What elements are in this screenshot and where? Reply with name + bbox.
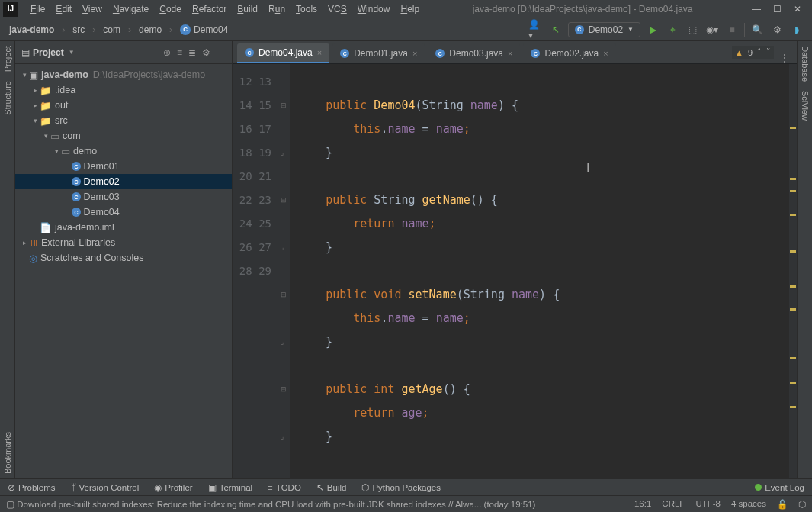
inspection-widget[interactable]: ▲ 9 ˄ ˅ [732,46,774,59]
rail-project[interactable]: Project [3,41,12,76]
tree-demo01[interactable]: C Demo01 [15,159,232,174]
tree-com[interactable]: ▾▭com [15,128,232,143]
tw-eventlog[interactable]: Event Log [747,483,812,492]
menu-window[interactable]: Window [353,2,395,17]
tab-demo02[interactable]: CDemo02.java× [523,43,615,63]
close-tab-icon[interactable]: × [508,49,512,58]
collapse-all-icon[interactable]: ≣ [188,47,196,58]
menu-code[interactable]: Code [155,2,186,17]
close-button[interactable]: ✕ [794,4,801,14]
menu-tools[interactable]: Tools [291,2,322,17]
python-icon: ⬡ [361,482,369,493]
readonly-icon[interactable]: 🔓 [777,499,788,510]
menu-run[interactable]: Run [264,2,290,17]
hide-button[interactable]: — [217,47,226,58]
tab-demo01[interactable]: CDemo01.java× [332,43,425,63]
user-icon[interactable]: 👤▾ [528,22,544,37]
event-indicator-icon [755,484,762,491]
rail-bookmarks[interactable]: Bookmarks [3,427,12,478]
tw-terminal[interactable]: ▣Terminal [201,482,260,493]
tw-python[interactable]: ⬡Python Packages [354,482,448,493]
maximize-button[interactable]: ☐ [773,4,782,14]
tree-scratches[interactable]: ◎Scratches and Consoles [15,250,232,266]
select-opened-file-icon[interactable]: ⊕ [163,47,171,58]
text-cursor-icon: I [586,161,589,175]
tree-out[interactable]: ▸📁out [15,98,232,113]
expand-all-icon[interactable]: ≡ [177,47,182,58]
tw-todo[interactable]: ≡TODO [260,483,309,492]
search-everywhere-button[interactable]: 🔍 [749,22,765,37]
plugin-icon[interactable]: ◗ [789,22,804,37]
project-tree[interactable]: ▾▣java-demoD:\IdeaProjects\java-demo ▸📁.… [15,64,232,478]
breadcrumb-com[interactable]: com [98,23,125,37]
tree-root[interactable]: ▾▣java-demoD:\IdeaProjects\java-demo [15,67,232,82]
close-tab-icon[interactable]: × [412,49,417,58]
close-tab-icon[interactable]: × [317,48,322,57]
caret-position[interactable]: 16:1 [634,499,651,510]
indent-widget[interactable]: 4 spaces [731,499,766,510]
toolwindows-button[interactable]: ▢ [6,499,14,510]
tab-demo03[interactable]: CDemo03.java× [428,43,520,63]
tw-profiler[interactable]: ◉Profiler [146,482,200,493]
menu-vcs[interactable]: VCS [323,2,351,17]
line-ending[interactable]: CRLF [662,499,685,510]
close-tab-icon[interactable]: × [603,49,608,58]
rail-sciview[interactable]: SciView [801,86,810,125]
editor-body: 12 13 14 15 16 17 18 19 20 21 22 23 24 2… [233,64,797,478]
run-config-selector[interactable]: C Demo02 ▼ [568,22,640,37]
menu-view[interactable]: View [78,2,107,17]
rail-database[interactable]: Database [801,41,810,86]
settings-icon[interactable]: ⚙ [202,47,210,58]
coverage-button[interactable]: ⬚ [685,22,700,37]
profiler-button[interactable]: ◉▾ [704,22,720,37]
line-numbers-gutter[interactable]: 12 13 14 15 16 17 18 19 20 21 22 23 24 2… [233,64,278,478]
hammer-icon[interactable]: ↖ [548,22,563,37]
fold-gutter[interactable]: ⊟⌟⊟⌟⊟⌟⊟⌟ [278,64,290,478]
minimize-button[interactable]: — [752,4,761,14]
tw-vcs[interactable]: ᛘVersion Control [63,483,147,492]
navigation-bar: java-demo › src › com › demo › C Demo04 … [0,18,812,41]
tab-more-icon[interactable]: ⋮ [780,53,789,63]
menu-navigate[interactable]: Navigate [108,2,153,17]
warning-icon: ▲ [735,48,743,57]
tree-src[interactable]: ▾📁src [15,113,232,128]
tree-idea[interactable]: ▸📁.idea [15,82,232,98]
tree-demo03[interactable]: C Demo03 [15,189,232,204]
bottom-tool-stripe: ⊘Problems ᛘVersion Control ◉Profiler ▣Te… [0,478,812,495]
chevron-down-icon[interactable]: ˅ [766,47,771,57]
breadcrumb-demo[interactable]: demo [134,23,166,37]
breadcrumb-root[interactable]: java-demo [5,23,59,37]
main-area: Project Structure Bookmarks ▤ Project ▼ … [0,41,812,478]
rail-structure[interactable]: Structure [3,76,12,120]
settings-button[interactable]: ⚙ [769,22,785,37]
project-header-title[interactable]: Project [33,47,64,58]
project-tool-window: ▤ Project ▼ ⊕ ≡ ≣ ⚙ — ▾▣java-demoD:\Idea… [15,41,233,478]
stop-button[interactable]: ■ [724,22,740,37]
code-editor[interactable]: public Demo04(String name) { this.name =… [290,64,797,478]
debug-button[interactable]: ⌖ [665,22,680,37]
title-bar: IJ File Edit View Navigate Code Refactor… [0,0,812,18]
file-encoding[interactable]: UTF-8 [695,499,721,510]
chevron-down-icon[interactable]: ▼ [69,49,75,56]
tree-ext-libs[interactable]: ▸⫿⫿External Libraries [15,235,232,250]
menu-file[interactable]: File [26,2,50,17]
breadcrumb-src[interactable]: src [68,23,89,37]
tree-demo04[interactable]: C Demo04 [15,204,232,220]
menu-help[interactable]: Help [396,2,424,17]
tw-build[interactable]: ↖Build [309,482,355,493]
menu-build[interactable]: Build [233,2,262,17]
memory-icon[interactable]: ⬡ [798,499,806,510]
tab-label: Demo03.java [449,48,503,59]
tree-demo02[interactable]: C Demo02 [15,174,232,189]
chevron-up-icon[interactable]: ˄ [757,47,762,57]
run-button[interactable]: ▶ [645,22,660,37]
error-stripe[interactable] [789,64,797,478]
tab-demo04[interactable]: CDemo04.java× [237,43,329,63]
menu-refactor[interactable]: Refactor [188,2,231,17]
breadcrumb-class[interactable]: C Demo04 [175,23,233,37]
tree-iml[interactable]: 📄java-demo.iml [15,220,232,235]
tw-problems[interactable]: ⊘Problems [0,482,63,493]
tree-demo[interactable]: ▾▭demo [15,143,232,159]
menu-edit[interactable]: Edit [51,2,76,17]
status-message[interactable]: Download pre-built shared indexes: Reduc… [17,500,535,509]
